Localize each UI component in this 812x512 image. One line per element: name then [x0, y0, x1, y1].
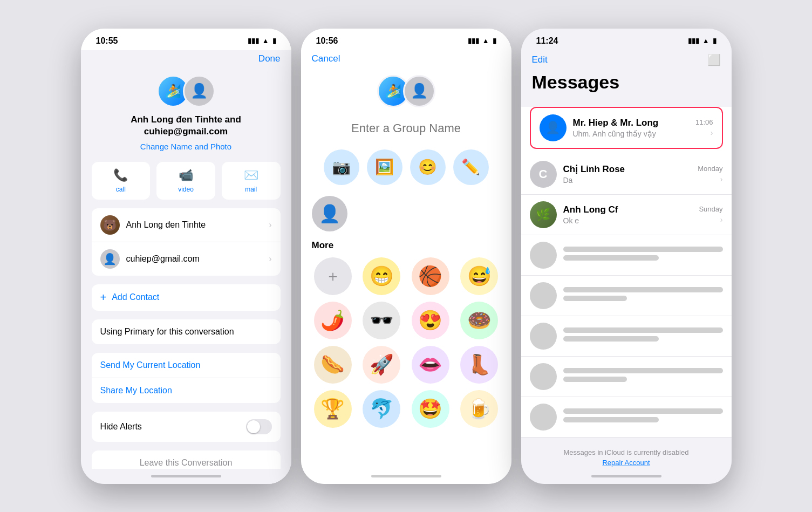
toggle-thumb	[247, 420, 260, 433]
blurred-lines-2	[563, 287, 723, 304]
screen2-navbar: Cancel	[301, 50, 511, 70]
conv-name-long: Anh Long Cf	[563, 204, 699, 215]
video-icon: 📹	[179, 168, 193, 182]
contacts-list: 🐻 Anh Long đen Tinhte › 👤 cuhiep@gmail.c…	[92, 208, 281, 276]
conversation-item-long[interactable]: 🌿 Anh Long Cf Ok e Sunday ›	[521, 195, 732, 235]
repair-account-link[interactable]: Repair Account	[532, 459, 721, 467]
primary-section: Using Primary for this conversation	[92, 319, 281, 344]
profile-name: Anh Long đen Tinhte and cuhiep@gmail.com	[92, 114, 281, 138]
video-label: video	[178, 186, 194, 193]
emoji-hotdog[interactable]: 🌭	[314, 346, 352, 384]
edit-action-btn[interactable]: ✏️	[453, 149, 489, 185]
send-location-text: Send My Current Location	[100, 360, 201, 370]
emoji-action-btn[interactable]: 😊	[410, 149, 446, 185]
status-icons-3: ▮▮▮ ▲ ▮	[688, 37, 717, 45]
group-profile-section: 🏄 👤	[301, 70, 511, 144]
add-contact-row[interactable]: + Add Contact	[92, 284, 281, 311]
plus-icon: +	[100, 291, 107, 304]
emoji-grin[interactable]: 😁	[363, 257, 400, 295]
blurred-line-4a	[563, 368, 723, 373]
emoji-sweat-smile[interactable]: 😅	[460, 257, 498, 295]
battery-icon-2: ▮	[493, 37, 496, 45]
share-location-text: Share My Location	[100, 386, 172, 395]
blurred-line-2b	[563, 296, 627, 301]
conv-preview-hiep: Uhm. Anh cũng thấy vậy	[573, 129, 692, 138]
camera-action-btn[interactable]: 📷	[324, 149, 359, 185]
conv-chevron-hiep: ›	[711, 128, 713, 137]
contact-2[interactable]: 👤 cuhiep@gmail.com ›	[92, 242, 281, 276]
conv-info-hiep: Mr. Hiep & Mr. Long Uhm. Anh cũng thấy v…	[573, 118, 695, 138]
emoji-star-struck[interactable]: 🤩	[412, 390, 449, 428]
photo-action-btn[interactable]: 🖼️	[367, 149, 402, 185]
emoji-rocket[interactable]: 🚀	[363, 346, 400, 384]
call-button[interactable]: 📞 call	[92, 162, 151, 200]
emoji-beer[interactable]: 🍺	[460, 390, 498, 428]
done-button[interactable]: Done	[258, 53, 281, 64]
mail-button[interactable]: ✉️ mail	[222, 162, 281, 200]
send-location-item[interactable]: Send My Current Location	[92, 353, 281, 378]
emoji-add-btn[interactable]: ＋	[314, 257, 352, 295]
home-indicator-2	[301, 469, 511, 484]
participants-section: 👤	[301, 196, 511, 240]
emoji-donut[interactable]: 🍩	[460, 302, 498, 339]
participant-avatar: 👤	[312, 196, 347, 231]
emoji-trophy[interactable]: 🏆	[314, 390, 352, 428]
group-name-input[interactable]	[312, 121, 501, 135]
conv-meta-long: Sunday ›	[699, 205, 722, 224]
change-name-photo[interactable]: Change Name and Photo	[140, 142, 231, 151]
conv-time-hiep: 11:06	[695, 118, 713, 126]
blurred-line-4b	[563, 377, 627, 382]
signal-icon-3: ▮▮▮	[688, 37, 699, 45]
icloud-notice: Messages in iCloud is currently disabled…	[521, 438, 732, 469]
hide-alerts-item: Hide Alerts	[92, 412, 281, 442]
leave-conversation-text: Leave this Conversation	[140, 458, 233, 468]
home-indicator-1	[81, 469, 291, 484]
leave-conversation-item[interactable]: Leave this Conversation	[92, 450, 281, 469]
video-button[interactable]: 📹 video	[156, 162, 215, 200]
emoji-chili[interactable]: 🌶️	[314, 302, 352, 339]
emoji-heart-eyes[interactable]: 😍	[412, 302, 449, 339]
messages-title: Messages	[521, 72, 732, 101]
compose-icon[interactable]: ⬜	[707, 53, 721, 66]
blurred-line-1a	[563, 247, 723, 252]
emoji-boot[interactable]: 👢	[460, 346, 498, 384]
wifi-icon-3: ▲	[702, 37, 709, 45]
mail-label: mail	[245, 186, 257, 193]
conversation-item-linh[interactable]: C Chị Linh Rose Da Monday ›	[521, 154, 732, 195]
avatars-group: 🏄 👤	[157, 75, 215, 107]
blurred-lines-3	[563, 327, 723, 345]
cancel-button[interactable]: Cancel	[312, 53, 340, 64]
conversation-item-highlighted[interactable]: 👤 Mr. Hiep & Mr. Long Uhm. Anh cũng thấy…	[530, 107, 723, 149]
edit-button[interactable]: Edit	[532, 54, 548, 65]
screen3-content: Edit ⬜ Messages 👤 Mr. Hiep & Mr. Long Uh…	[521, 50, 732, 469]
add-contact-label: Add Contact	[112, 292, 159, 302]
group-avatar-2: 👤	[403, 75, 435, 107]
emoji-basketball[interactable]: 🏀	[412, 257, 449, 295]
blurred-item-3	[521, 316, 732, 357]
emoji-sunglasses[interactable]: 🕶️	[363, 302, 400, 339]
blurred-lines-5	[563, 408, 723, 426]
leave-section: Leave this Conversation	[92, 450, 281, 469]
contact-2-avatar: 👤	[100, 249, 120, 269]
hide-alerts-toggle[interactable]	[246, 419, 272, 434]
wifi-icon-2: ▲	[482, 37, 489, 45]
emoji-dolphin[interactable]: 🐬	[363, 390, 400, 428]
hide-alerts-section: Hide Alerts	[92, 412, 281, 442]
primary-text: Using Primary for this conversation	[100, 327, 272, 337]
contact-1[interactable]: 🐻 Anh Long đen Tinhte ›	[92, 208, 281, 242]
contact-1-avatar: 🐻	[100, 215, 120, 235]
time-3: 11:24	[536, 36, 558, 46]
chevron-icon-1: ›	[269, 220, 271, 230]
emoji-lips[interactable]: 👄	[412, 346, 449, 384]
screen-3: 11:24 ▮▮▮ ▲ ▮ Edit ⬜ Messages 👤 Mr. Hiep…	[521, 29, 732, 484]
status-bar-3: 11:24 ▮▮▮ ▲ ▮	[521, 29, 732, 50]
blurred-line-3a	[563, 327, 723, 333]
share-location-item[interactable]: Share My Location	[92, 378, 281, 403]
signal-icon: ▮▮▮	[248, 37, 259, 45]
battery-icon-3: ▮	[713, 37, 717, 45]
action-buttons-row: 📞 call 📹 video ✉️ mail	[81, 162, 291, 208]
emoji-grid: ＋ 😁 🏀 😅 🌶️ 🕶️ 😍 🍩 🌭 🚀 👄 👢 🏆 🐬 🤩 🍺	[301, 257, 511, 428]
conv-chevron-linh: ›	[720, 175, 723, 183]
contact-1-name: Anh Long đen Tinhte	[126, 220, 269, 230]
screen2-content: Cancel 🏄 👤 📷 🖼️ 😊 ✏️ 👤 More ＋ 😁 🏀 😅 🌶️	[301, 50, 511, 469]
